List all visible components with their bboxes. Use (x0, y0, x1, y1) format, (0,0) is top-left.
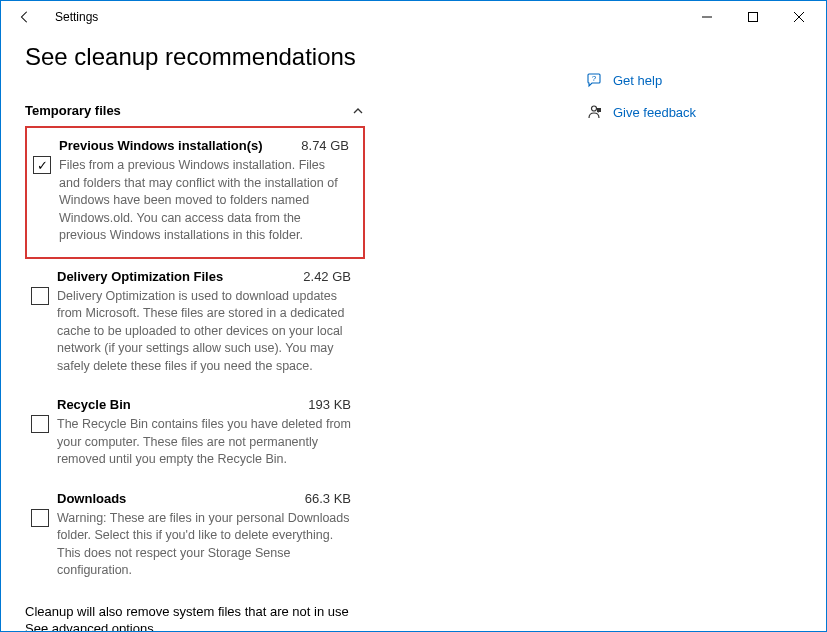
back-button[interactable] (13, 5, 37, 29)
titlebar: Settings (1, 1, 826, 33)
item-description: The Recycle Bin contains files you have … (57, 416, 351, 469)
temporary-files-items: Previous Windows installation(s) 8.74 GB… (25, 126, 525, 592)
link-text: Give feedback (613, 105, 696, 120)
see-advanced-link[interactable]: See advanced options (25, 621, 525, 633)
cleanup-note: Cleanup will also remove system files th… (25, 604, 525, 619)
item-title: Recycle Bin (57, 397, 131, 412)
feedback-icon (585, 103, 603, 121)
item-delivery-optimization: Delivery Optimization Files 2.42 GB Deli… (25, 259, 365, 388)
item-size: 66.3 KB (305, 491, 351, 506)
item-description: Warning: These are files in your persona… (57, 510, 351, 580)
item-downloads: Downloads 66.3 KB Warning: These are fil… (25, 481, 365, 592)
item-previous-windows: Previous Windows installation(s) 8.74 GB… (25, 126, 365, 259)
checkbox-previous-windows[interactable] (33, 156, 51, 174)
item-size: 8.74 GB (301, 138, 349, 153)
item-size: 193 KB (308, 397, 351, 412)
item-title: Delivery Optimization Files (57, 269, 223, 284)
item-description: Files from a previous Windows installati… (59, 157, 349, 245)
checkbox-delivery-optimization[interactable] (31, 287, 49, 305)
checkbox-downloads[interactable] (31, 509, 49, 527)
item-title: Downloads (57, 491, 126, 506)
svg-point-5 (591, 106, 596, 111)
close-button[interactable] (776, 1, 822, 33)
section-temporary-files[interactable]: Temporary files (25, 95, 365, 126)
checkbox-recycle-bin[interactable] (31, 415, 49, 433)
give-feedback-link[interactable]: Give feedback (585, 103, 785, 121)
svg-rect-1 (749, 13, 758, 22)
link-text: Get help (613, 73, 662, 88)
item-title: Previous Windows installation(s) (59, 138, 263, 153)
section-label: Temporary files (25, 103, 121, 118)
help-icon: ? (585, 71, 603, 89)
page-title: See cleanup recommendations (25, 43, 525, 71)
svg-text:?: ? (591, 73, 596, 82)
minimize-button[interactable] (684, 1, 730, 33)
maximize-button[interactable] (730, 1, 776, 33)
item-recycle-bin: Recycle Bin 193 KB The Recycle Bin conta… (25, 387, 365, 481)
item-size: 2.42 GB (303, 269, 351, 284)
window-title: Settings (55, 10, 98, 24)
chevron-up-icon (351, 104, 365, 118)
get-help-link[interactable]: ? Get help (585, 71, 785, 89)
item-description: Delivery Optimization is used to downloa… (57, 288, 351, 376)
